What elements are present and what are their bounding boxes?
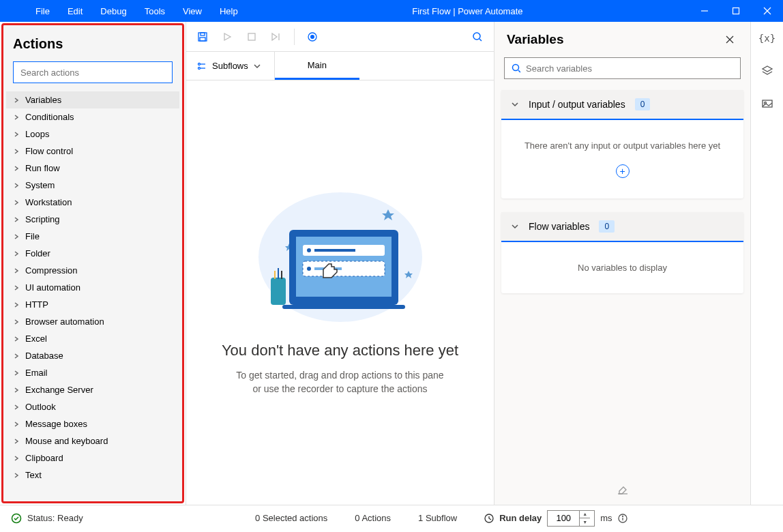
action-category-run-flow[interactable]: Run flow xyxy=(6,160,179,177)
action-category-conditionals[interactable]: Conditionals xyxy=(6,108,179,125)
action-category-label: Database xyxy=(25,351,63,361)
delay-up[interactable]: ▲ xyxy=(580,511,590,518)
action-category-label: Email xyxy=(25,368,48,378)
menubar: File Edit Debug Tools View Help xyxy=(0,3,246,19)
empty-state-title: You don't have any actions here yet xyxy=(222,342,458,359)
search-variables-input[interactable] xyxy=(526,63,733,74)
designer-area: Subflows Main xyxy=(186,22,494,505)
chevron-right-icon xyxy=(13,97,20,104)
action-category-file[interactable]: File xyxy=(6,228,179,245)
actions-panel: Actions VariablesConditionalsLoopsFlow c… xyxy=(1,23,184,503)
action-category-clipboard[interactable]: Clipboard xyxy=(6,449,179,467)
action-category-ui-automation[interactable]: UI automation xyxy=(6,279,179,296)
action-category-exchange-server[interactable]: Exchange Server xyxy=(6,381,179,398)
chevron-down-icon xyxy=(511,100,519,108)
info-icon[interactable] xyxy=(618,514,627,523)
action-category-folder[interactable]: Folder xyxy=(6,245,179,262)
menu-debug[interactable]: Debug xyxy=(92,3,134,19)
action-category-message-boxes[interactable]: Message boxes xyxy=(6,415,179,432)
status-actions-count: 0 Actions xyxy=(355,513,391,523)
svg-marker-9 xyxy=(272,33,277,40)
action-category-label: Loops xyxy=(25,129,49,139)
chevron-right-icon xyxy=(13,165,20,172)
save-button[interactable] xyxy=(192,26,213,48)
tabs-row: Subflows Main xyxy=(186,52,494,80)
maximize-button[interactable] xyxy=(720,0,752,22)
menu-tools[interactable]: Tools xyxy=(136,3,173,19)
minimize-button[interactable] xyxy=(689,0,720,22)
right-sidebar: {x} xyxy=(750,22,783,505)
window-title: First Flow | Power Automate xyxy=(246,6,689,16)
chevron-right-icon xyxy=(13,336,20,342)
empty-state-subtitle: To get started, drag and drop actions to… xyxy=(236,369,443,396)
svg-point-26 xyxy=(307,248,311,252)
flow-variables-label: Flow variables xyxy=(529,221,589,232)
titlebar: File Edit Debug Tools View Help First Fl… xyxy=(0,0,783,22)
subflows-dropdown[interactable]: Subflows xyxy=(186,52,275,80)
images-icon[interactable] xyxy=(758,94,777,113)
io-variables-label: Input / output variables xyxy=(529,99,625,110)
run-delay-label: Run delay xyxy=(499,513,542,523)
search-variables-box[interactable] xyxy=(504,57,741,79)
svg-point-29 xyxy=(307,267,311,271)
io-variables-header[interactable]: Input / output variables 0 xyxy=(501,90,743,120)
run-delay-value[interactable] xyxy=(548,513,579,523)
status-selected-actions: 0 Selected actions xyxy=(255,513,327,523)
flow-variables-header[interactable]: Flow variables 0 xyxy=(501,212,743,242)
chevron-right-icon xyxy=(13,319,20,325)
close-variables-button[interactable] xyxy=(722,31,738,48)
chevron-right-icon xyxy=(13,199,20,206)
recorder-button[interactable] xyxy=(301,26,323,48)
io-variables-section: Input / output variables 0 There aren't … xyxy=(501,90,743,198)
action-category-email[interactable]: Email xyxy=(6,364,179,381)
action-category-outlook[interactable]: Outlook xyxy=(6,398,179,415)
ms-label: ms xyxy=(600,513,612,523)
step-button[interactable] xyxy=(265,26,287,48)
action-category-browser-automation[interactable]: Browser automation xyxy=(6,313,179,330)
tab-main[interactable]: Main xyxy=(275,52,359,80)
action-category-label: Compression xyxy=(25,265,78,276)
run-delay-input[interactable]: ▲▼ xyxy=(547,510,595,527)
action-category-scripting[interactable]: Scripting xyxy=(6,211,179,228)
action-category-mouse-and-keyboard[interactable]: Mouse and keyboard xyxy=(6,432,179,449)
chevron-right-icon xyxy=(13,472,20,479)
action-category-database[interactable]: Database xyxy=(6,347,179,364)
search-flow-button[interactable] xyxy=(467,26,488,48)
menu-file[interactable]: File xyxy=(27,3,58,19)
action-category-label: Flow control xyxy=(25,146,73,156)
action-category-label: File xyxy=(25,231,40,241)
io-variables-count: 0 xyxy=(635,98,651,110)
action-category-workstation[interactable]: Workstation xyxy=(6,194,179,211)
run-button[interactable] xyxy=(216,26,238,48)
menu-help[interactable]: Help xyxy=(211,3,246,19)
action-category-variables[interactable]: Variables xyxy=(6,91,179,108)
action-category-label: Message boxes xyxy=(25,419,87,429)
svg-rect-27 xyxy=(314,249,355,252)
stop-button[interactable] xyxy=(241,26,263,48)
action-category-flow-control[interactable]: Flow control xyxy=(6,143,179,160)
variables-icon[interactable]: {x} xyxy=(758,29,777,48)
io-variables-empty-text: There aren't any input or output variabl… xyxy=(512,141,733,151)
actions-category-list[interactable]: VariablesConditionalsLoopsFlow controlRu… xyxy=(3,91,182,496)
chevron-down-icon xyxy=(254,63,261,70)
search-actions-box[interactable] xyxy=(13,61,173,83)
menu-view[interactable]: View xyxy=(175,3,210,19)
action-category-excel[interactable]: Excel xyxy=(6,330,179,347)
delay-down[interactable]: ▼ xyxy=(580,518,590,526)
flow-variables-count: 0 xyxy=(599,220,615,233)
action-category-loops[interactable]: Loops xyxy=(6,125,179,143)
action-category-compression[interactable]: Compression xyxy=(6,262,179,279)
add-io-variable-button[interactable]: + xyxy=(616,164,630,178)
search-actions-input[interactable] xyxy=(20,68,165,78)
flow-canvas[interactable]: You don't have any actions here yet To g… xyxy=(186,80,494,505)
menu-edit[interactable]: Edit xyxy=(59,3,91,19)
action-category-system[interactable]: System xyxy=(6,177,179,194)
subflows-label: Subflows xyxy=(212,61,248,71)
close-button[interactable] xyxy=(752,0,783,22)
action-category-text[interactable]: Text xyxy=(6,467,179,484)
eraser-icon[interactable] xyxy=(617,483,629,498)
layers-icon[interactable] xyxy=(758,61,777,80)
subflows-icon xyxy=(197,61,207,71)
action-category-label: Variables xyxy=(25,95,61,105)
action-category-http[interactable]: HTTP xyxy=(6,296,179,313)
